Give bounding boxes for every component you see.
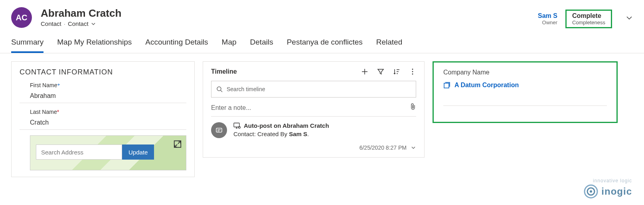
title-block: Abraham Cratch Contact · Contact: [41, 7, 538, 27]
brand-tagline: innovative logic: [583, 178, 632, 184]
recommended-icon: +: [57, 82, 60, 88]
timeline-panel: Timeline Search timeline Enter a note...: [203, 61, 425, 158]
activity-title: Auto-post on Abraham Cratch: [244, 122, 329, 129]
content-area: CONTACT INFORMATION First Name+ Abraham …: [0, 53, 644, 185]
more-icon[interactable]: [409, 68, 416, 75]
svg-point-2: [412, 71, 413, 72]
tab-details[interactable]: Details: [250, 38, 273, 53]
activity-subtitle: Contact: Created By Sam S.: [233, 131, 416, 137]
first-name-label: First Name+: [20, 82, 186, 88]
tab-conflicts[interactable]: Pestanya de conflictes: [287, 38, 363, 53]
tab-bar: Summary Map My Relationships Accounting …: [0, 32, 644, 53]
svg-rect-6: [234, 123, 239, 127]
svg-point-3: [412, 74, 413, 75]
company-link[interactable]: A Datum Corporation: [443, 82, 607, 89]
company-panel: Company Name A Datum Corporation: [433, 61, 618, 123]
svg-point-1: [412, 69, 413, 70]
last-name-label: Last Name*: [20, 109, 186, 115]
first-name-field[interactable]: Abraham: [20, 88, 186, 103]
contact-info-panel: CONTACT INFORMATION First Name+ Abraham …: [11, 61, 195, 177]
entity-name: Contact: [41, 20, 61, 27]
header-right: Sam S Owner Complete Completeness: [538, 10, 633, 28]
monitor-icon: [233, 123, 241, 129]
chevron-down-icon[interactable]: [91, 21, 96, 26]
tab-summary[interactable]: Summary: [11, 38, 43, 53]
expand-icon[interactable]: [173, 140, 182, 148]
add-icon[interactable]: [361, 68, 368, 75]
page-title: Abraham Cratch: [41, 7, 538, 20]
required-icon: *: [57, 109, 59, 115]
company-label: Company Name: [443, 69, 607, 76]
attachment-icon[interactable]: [410, 103, 416, 112]
tab-related[interactable]: Related: [376, 38, 403, 53]
separator: ·: [64, 20, 65, 27]
svg-rect-8: [444, 83, 449, 88]
map-widget[interactable]: Update: [30, 135, 186, 170]
timeline-search[interactable]: Search timeline: [211, 81, 416, 98]
avatar: AC: [11, 7, 32, 28]
subtitle-row: Contact · Contact: [41, 20, 538, 27]
timeline-title: Timeline: [211, 68, 361, 75]
section-title: CONTACT INFORMATION: [20, 68, 186, 76]
note-input-row[interactable]: Enter a note...: [211, 103, 416, 112]
completeness-label: Completeness: [572, 20, 605, 25]
search-placeholder: Search timeline: [227, 86, 265, 92]
note-placeholder: Enter a note...: [211, 104, 410, 111]
completeness-value: Complete: [572, 12, 605, 20]
branding: innovative logic inogic: [583, 178, 632, 185]
activity-item[interactable]: Auto-post on Abraham Cratch Contact: Cre…: [211, 122, 416, 151]
sort-icon[interactable]: [393, 68, 400, 75]
record-icon: [443, 82, 450, 89]
search-address-input[interactable]: [36, 144, 122, 160]
system-post-icon: [211, 122, 227, 138]
completeness-block[interactable]: Complete Completeness: [565, 10, 612, 28]
search-icon: [216, 86, 223, 92]
filter-icon[interactable]: [377, 68, 384, 75]
owner-label: Owner: [538, 20, 557, 25]
tab-accounting-details[interactable]: Accounting Details: [145, 38, 208, 53]
activity-date: 6/25/2020 8:27 PM: [360, 144, 407, 151]
owner-name: Sam S: [538, 12, 557, 20]
header-expand-chevron[interactable]: [626, 14, 633, 23]
chevron-down-icon[interactable]: [411, 145, 416, 150]
svg-rect-5: [216, 128, 222, 132]
last-name-field[interactable]: Cratch: [20, 115, 186, 130]
tab-map-relationships[interactable]: Map My Relationships: [57, 38, 132, 53]
tab-map[interactable]: Map: [222, 38, 237, 53]
brand-logo-icon: [583, 184, 599, 185]
company-value: A Datum Corporation: [454, 82, 519, 89]
form-name[interactable]: Contact: [68, 20, 89, 27]
record-header: AC Abraham Cratch Contact · Contact Sam …: [0, 0, 644, 32]
update-button[interactable]: Update: [122, 144, 154, 160]
owner-block[interactable]: Sam S Owner: [538, 12, 557, 25]
svg-point-4: [217, 87, 221, 91]
